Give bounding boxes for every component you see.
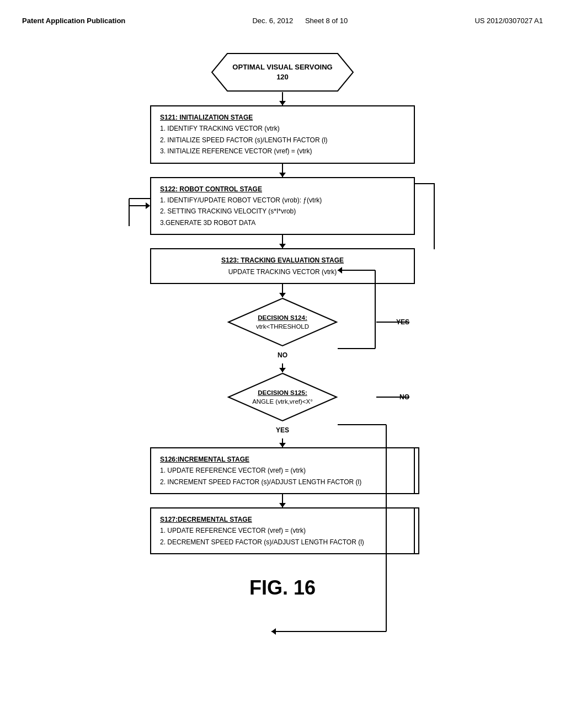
s123-box: S123: TRACKING EVALUATION STAGE UPDATE T… [150, 248, 415, 284]
s124-diamond: DECISION S124: vtrk<THRESHOLD [227, 297, 338, 347]
left-arrow-indicator [129, 202, 150, 209]
s125-yes-label: YES [276, 426, 289, 434]
s126-line2: 2. INCREMENT SPEED FACTOR (s)/ADJUST LEN… [160, 478, 361, 486]
s125-label: DECISION S125: ANGLE (vtrk,vref)<X° [252, 388, 313, 406]
arrow-2 [282, 164, 283, 177]
header-right: US 2012/0307027 A1 [475, 17, 543, 25]
figure-caption: FIG. 16 [22, 576, 543, 599]
start-label: OPTIMAL VISUAL SERVOING120 [232, 62, 332, 82]
s122-title: S122: ROBOT CONTROL STAGE [160, 185, 262, 193]
s121-line3: 3. INITIALIZE REFERENCE VECTOR (vref) = … [160, 147, 312, 155]
s127-line2: 2. DECREMENT SPEED FACTOR (s)/ADJUST LEN… [160, 538, 364, 546]
s127-right-bracket [414, 507, 419, 554]
svg-marker-10 [271, 628, 276, 635]
s122-box: S122: ROBOT CONTROL STAGE 1. IDENTIFY/UP… [150, 177, 415, 235]
s123-line1: UPDATE TRACKING VECTOR (vtrk) [228, 268, 337, 276]
header-date: Dec. 6, 2012 [252, 17, 293, 25]
s124-no-label: NO [278, 351, 287, 359]
s121-title: S121: INITIALIZATION STAGE [160, 114, 253, 121]
arrow-4 [282, 284, 283, 297]
s124-wrapper: DECISION S124: vtrk<THRESHOLD YES NO [128, 297, 437, 347]
s122-line1: 1. IDENTIFY/UPDATE ROBOT VECTOR (vrob): … [160, 196, 322, 204]
s122-line2: 2. SETTING TRACKING VELOCITY (s*I*vrob) [160, 207, 296, 215]
arrow-7 [282, 494, 283, 507]
s126-line1: 1. UPDATE REFERENCE VECTOR (vref) = (vtr… [160, 467, 306, 474]
s124-label: DECISION S124: vtrk<THRESHOLD [256, 313, 309, 331]
header-center: Dec. 6, 2012 Sheet 8 of 10 [252, 17, 348, 25]
s124-title: DECISION S124: [258, 314, 307, 321]
s122-wrapper: S122: ROBOT CONTROL STAGE 1. IDENTIFY/UP… [150, 177, 415, 235]
arrow-1 [282, 92, 283, 105]
s126-box: S126:INCREMENTAL STAGE 1. UPDATE REFEREN… [150, 447, 415, 494]
s125-no-line [376, 397, 409, 398]
arrow-6 [282, 438, 283, 447]
s124-yes-line-horiz [376, 322, 409, 323]
right-feedback-line-top [434, 183, 435, 249]
s125-diamond: DECISION S125: ANGLE (vtrk,vref)<X° [227, 372, 338, 422]
s125-condition: ANGLE (vtrk,vref)<X° [252, 398, 313, 405]
s124-condition: vtrk<THRESHOLD [256, 323, 309, 330]
s123-title: S123: TRACKING EVALUATION STAGE [221, 256, 344, 264]
arrow-3 [282, 235, 283, 248]
header-sheet: Sheet 8 of 10 [305, 17, 348, 25]
s125-title: DECISION S125: [258, 389, 307, 396]
s126-right-bracket [414, 447, 419, 494]
header-left: Patent Application Publication [22, 17, 125, 25]
s127-title: S127:DECREMENTAL STAGE [160, 516, 252, 523]
s121-line2: 2. INITIALIZE SPEED FACTOR (s)/LENGTH FA… [160, 136, 328, 144]
s126-title: S126:INCREMENTAL STAGE [160, 456, 249, 463]
flowchart-diagram: OPTIMAL VISUAL SERVOING120 S121: INITIAL… [22, 52, 543, 554]
page: Patent Application Publication Dec. 6, 2… [0, 0, 565, 728]
s125-wrapper: DECISION S125: ANGLE (vtrk,vref)<X° NO Y… [128, 372, 437, 422]
s127-line1: 1. UPDATE REFERENCE VECTOR (vref) = (vtr… [160, 527, 306, 534]
s122-line3: 3.GENERATE 3D ROBOT DATA [160, 219, 255, 227]
s121-line1: 1. IDENTIFY TRACKING VECTOR (vtrk) [160, 125, 280, 132]
s127-box: S127:DECREMENTAL STAGE 1. UPDATE REFEREN… [150, 507, 415, 554]
page-header: Patent Application Publication Dec. 6, 2… [22, 11, 543, 36]
arrow-5 [282, 363, 283, 372]
right-feedback-horiz-top [414, 183, 435, 184]
start-node: OPTIMAL VISUAL SERVOING120 [211, 52, 354, 92]
s121-box: S121: INITIALIZATION STAGE 1. IDENTIFY T… [150, 105, 415, 164]
